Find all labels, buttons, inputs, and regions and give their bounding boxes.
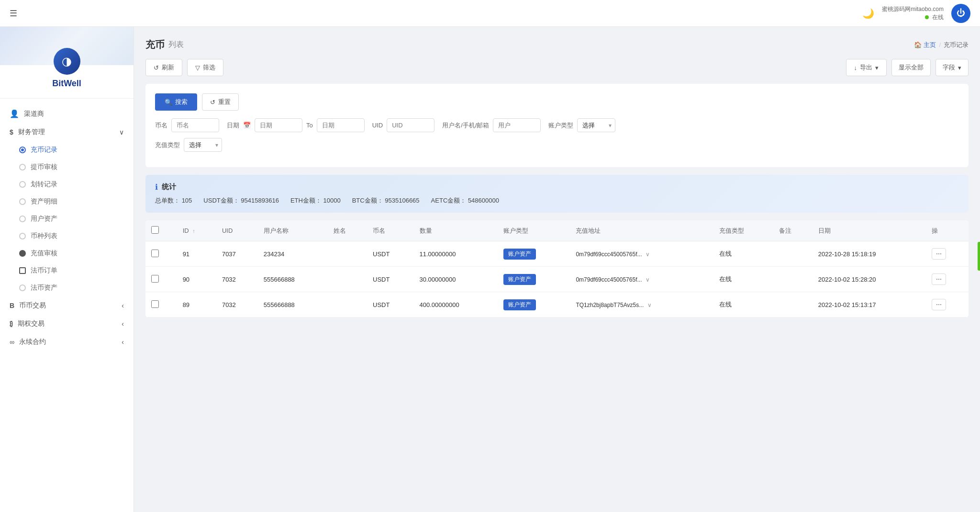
futures-label: 期权交易	[18, 319, 45, 328]
sidebar: ◑ BitWell 👤 渠道商 $ 财务管理 ∨ 充币记录	[0, 27, 134, 512]
row-checkbox[interactable]	[151, 250, 159, 257]
display-button[interactable]: 显示全部	[891, 59, 931, 76]
sidebar-item-perp[interactable]: ∞ 永续合约 ‹	[0, 333, 134, 351]
sidebar-item-withdrawal[interactable]: 提币审核	[0, 159, 134, 176]
stats-label-usdt: USDT金额：	[203, 197, 239, 204]
cell-currency: USDT	[367, 292, 413, 318]
fields-chevron: ▾	[958, 64, 961, 71]
sidebar-item-user-assets[interactable]: 用户资产	[0, 210, 134, 228]
export-button[interactable]: ↓ 导出 ▾	[846, 59, 887, 76]
col-type-label: 充值类型	[719, 227, 744, 234]
account-type-select[interactable]: 选择	[577, 118, 615, 132]
account-type-badge: 账户资产	[503, 299, 536, 310]
cell-date: 2022-10-02 15:13:17	[813, 292, 926, 318]
sidebar-item-recharge-review[interactable]: 充值审核	[0, 245, 134, 262]
sidebar-item-futures[interactable]: ₿ 期权交易 ‹	[0, 315, 134, 333]
addr-text: TQ1zh2bj8apbT75Avz5s...	[576, 302, 644, 308]
recharge-type-select[interactable]: 选择	[184, 138, 222, 152]
sidebar-item-asset-detail[interactable]: 资产明细	[0, 193, 134, 210]
col-amount: 数量	[414, 220, 498, 241]
title-main: 充币	[145, 38, 165, 51]
reset-button[interactable]: ↺ 重置	[202, 93, 239, 111]
sidebar-item-channel[interactable]: 👤 渠道商	[0, 104, 134, 123]
cell-username: 555666888	[258, 267, 328, 292]
table-row: 89 7032 555666888 USDT 400.00000000 账户资产…	[145, 292, 969, 318]
channel-label: 渠道商	[24, 110, 44, 118]
cell-id: 91	[177, 241, 216, 267]
recharge-type-filter-label: 充值类型	[155, 141, 180, 149]
moon-icon[interactable]: 🌙	[862, 8, 874, 19]
breadcrumb-home[interactable]: 🏠 主页	[914, 41, 936, 49]
cell-type: 在线	[713, 267, 773, 292]
info-icon: ℹ	[155, 182, 158, 192]
cell-account-type: 账户资产	[498, 241, 570, 267]
sidebar-item-fiat-assets[interactable]: 法币资产	[0, 279, 134, 296]
sidebar-item-coin-trade[interactable]: B 币币交易 ‹	[0, 296, 134, 315]
action-button[interactable]: ⋯	[932, 299, 946, 310]
filter-group-recharge-type: 充值类型 选择	[155, 138, 222, 152]
currency-input[interactable]	[171, 118, 219, 132]
filter-panel: 🔍 搜索 ↺ 重置 币名 日期 📅 To	[145, 84, 969, 167]
sidebar-item-transfer[interactable]: 划转记录	[0, 176, 134, 193]
sidebar-item-fiat-orders[interactable]: 法币订单	[0, 262, 134, 279]
sidebar-item-recharge-records[interactable]: 充币记录	[0, 141, 134, 159]
uid-input[interactable]	[387, 118, 434, 132]
cell-remark	[773, 292, 813, 318]
user-avatar[interactable]: ⏻	[951, 4, 970, 23]
row-checkbox[interactable]	[151, 300, 159, 308]
search-button[interactable]: 🔍 搜索	[155, 93, 197, 111]
row-checkbox[interactable]	[151, 275, 159, 283]
expand-addr-button[interactable]: ∨	[646, 276, 650, 283]
col-name-label: 姓名	[334, 227, 346, 234]
cell-addr: 0m79df69ccc45005765f... ∨	[570, 241, 713, 267]
sidebar-item-finance[interactable]: $ 财务管理 ∨	[0, 123, 134, 141]
stats-items: 总单数： 105 USDT金额： 95415893616 ETH金额： 1000…	[155, 196, 959, 205]
withdrawal-label: 提币审核	[31, 163, 57, 171]
col-id[interactable]: ID ↑	[177, 220, 216, 241]
date-to-input[interactable]	[317, 118, 365, 132]
date-to-label: To	[306, 122, 313, 129]
chevron-left-icon: ‹	[122, 338, 124, 346]
select-all-checkbox[interactable]	[151, 226, 159, 234]
hamburger-icon[interactable]: ☰	[10, 8, 17, 19]
col-remark: 备注	[773, 220, 813, 241]
cell-uid: 7037	[216, 241, 258, 267]
reset-label: 重置	[218, 98, 231, 106]
date-from-input[interactable]	[255, 118, 302, 132]
col-checkbox	[145, 220, 177, 241]
search-label: 搜索	[175, 98, 188, 106]
stats-item-total: 总单数： 105	[155, 196, 192, 205]
cell-amount: 11.00000000	[414, 241, 498, 267]
table-row: 91 7037 234234 USDT 11.00000000 账户资产 0m7…	[145, 241, 969, 267]
fiat-assets-label: 法币资产	[31, 284, 57, 292]
filter-group-currency: 币名	[155, 118, 219, 132]
chevron-left-icon: ‹	[122, 320, 124, 328]
refresh-button[interactable]: ↺ 刷新	[145, 59, 182, 76]
cell-username: 555666888	[258, 292, 328, 318]
green-accent-bar	[978, 242, 980, 271]
chevron-down-icon: ∨	[119, 128, 124, 136]
perp-label: 永续合约	[19, 338, 46, 346]
action-button[interactable]: ⋯	[932, 248, 946, 260]
radio-dot	[19, 284, 26, 291]
cell-action: ⋯	[926, 241, 969, 267]
fields-button[interactable]: 字段 ▾	[935, 59, 969, 76]
filter-button[interactable]: ▽ 筛选	[187, 59, 223, 76]
action-button[interactable]: ⋯	[932, 273, 946, 285]
cell-name	[328, 292, 367, 318]
radio-dot	[19, 250, 26, 257]
transfer-label: 划转记录	[31, 180, 57, 189]
sidebar-item-currency[interactable]: 币种列表	[0, 228, 134, 245]
username-input[interactable]	[493, 118, 541, 132]
cell-type: 在线	[713, 292, 773, 318]
expand-addr-button[interactable]: ∨	[646, 251, 650, 258]
col-account-type: 账户类型	[498, 220, 570, 241]
stats-header: ℹ 统计	[155, 182, 959, 192]
stats-label-total: 总单数：	[155, 197, 180, 204]
cell-addr: TQ1zh2bj8apbT75Avz5s... ∨	[570, 292, 713, 318]
recharge-type-select-wrapper: 选择	[184, 138, 222, 152]
stats-value-eth: 10000	[323, 197, 341, 204]
expand-addr-button[interactable]: ∨	[647, 302, 652, 308]
col-uid: UID	[216, 220, 258, 241]
export-label: 导出	[860, 63, 872, 72]
